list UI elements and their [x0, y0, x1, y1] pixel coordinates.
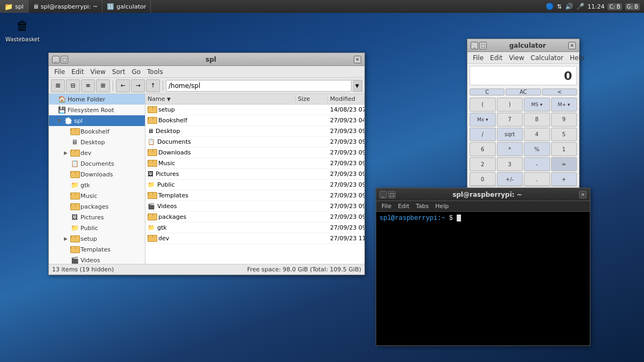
file-row-desktop[interactable]: 🖥Desktop 27/09/23 09:23 — [145, 126, 364, 137]
taskbar-app-files[interactable]: 📁 spl — [0, 0, 28, 13]
volume-icon[interactable]: 🔊 — [565, 3, 573, 10]
calc-btn-open-paren[interactable]: ( — [470, 98, 496, 112]
wastebasket-icon[interactable]: 🗑 Wastebasket — [5, 16, 40, 42]
compact-view-btn[interactable]: ⊟ — [66, 79, 80, 92]
tree-item-videos[interactable]: 🎬 Videos — [49, 255, 145, 264]
tree-item-packages[interactable]: packages — [49, 201, 145, 212]
terminal-menu-tabs[interactable]: Tabs — [413, 202, 432, 210]
list-view-btn[interactable]: ≡ — [81, 79, 95, 92]
network-icon[interactable]: ⇅ — [557, 3, 562, 10]
file-row-setup[interactable]: setup 14/08/23 07:26 — [145, 105, 364, 115]
location-dropdown[interactable]: ▼ — [353, 80, 362, 92]
menu-edit[interactable]: Edit — [68, 67, 87, 77]
maximize-button[interactable]: □ — [61, 56, 68, 63]
calc-btn-minus[interactable]: - — [524, 157, 550, 171]
menu-go[interactable]: Go — [128, 67, 144, 77]
tree-item-home-folder[interactable]: 🏠 Home Folder — [49, 94, 145, 105]
back-btn[interactable]: ← — [116, 79, 130, 92]
terminal-close[interactable]: ✕ — [579, 191, 587, 198]
forward-btn[interactable]: → — [131, 79, 145, 92]
calc-btn-8[interactable]: 8 — [524, 113, 550, 127]
file-row-templates[interactable]: Templates 27/09/23 09:23 — [145, 190, 364, 201]
file-row-downloads[interactable]: Downloads 27/09/23 09:23 — [145, 147, 364, 158]
file-row-videos[interactable]: 🎬Videos 27/09/23 09:23 — [145, 201, 364, 212]
file-row-packages[interactable]: packages 27/09/23 09:25 — [145, 212, 364, 223]
col-header-modified[interactable]: Modified — [328, 95, 364, 102]
file-row-gtk[interactable]: 📁gtk 27/09/23 09:26 — [145, 223, 364, 233]
calc-btn-AC[interactable]: AC — [506, 88, 540, 95]
calc-btn-Mplus[interactable]: M+ ▾ — [551, 98, 577, 112]
terminal-menu-help[interactable]: Help — [432, 202, 452, 210]
file-row-music[interactable]: Music 27/09/23 09:23 — [145, 158, 364, 169]
tree-item-filesystem[interactable]: 💾 Filesystem Root — [49, 105, 145, 115]
parent-btn[interactable]: ↑ — [146, 79, 160, 92]
tree-item-setup[interactable]: ▶ setup — [49, 233, 145, 244]
taskbar-app-terminal[interactable]: 🖥 spl@raspberrypi: ~ — [28, 0, 103, 13]
tree-item-gtk[interactable]: 📁 gtk — [49, 180, 145, 190]
calc-btn-3[interactable]: 3 — [497, 157, 523, 171]
calc-btn-percent[interactable]: % — [524, 142, 550, 156]
calc-maximize[interactable]: □ — [479, 42, 487, 49]
calc-btn-plus[interactable]: + — [551, 172, 577, 186]
mic-icon[interactable]: 🎤 — [576, 3, 584, 10]
calc-btn-dot[interactable]: . — [524, 172, 550, 186]
calc-btn-C[interactable]: C — [470, 88, 504, 95]
menu-tools[interactable]: Tools — [144, 67, 166, 77]
calc-btn-0[interactable]: 0 — [470, 172, 496, 186]
location-bar[interactable]: /home/spl — [166, 80, 352, 92]
terminal-content[interactable]: spl@raspberrypi:~ $ — [376, 212, 590, 345]
calc-btn-equals[interactable]: = — [551, 157, 577, 171]
tree-item-spl[interactable]: ▼ 🏠 spl — [49, 115, 145, 126]
calc-menu-help[interactable]: Help — [567, 53, 588, 63]
minimize-button[interactable]: _ — [52, 56, 60, 63]
calc-btn-multiply[interactable]: * — [497, 142, 523, 156]
taskbar-app-galculator[interactable]: 🔢 galculator — [103, 0, 151, 13]
file-row-bookshelf[interactable]: Bookshelf 27/09/23 04:49 — [145, 115, 364, 126]
tree-item-desktop[interactable]: 🖥 Desktop — [49, 137, 145, 147]
tree-item-pictures[interactable]: 🖼 Pictures — [49, 212, 145, 223]
menu-sort[interactable]: Sort — [109, 67, 129, 77]
menu-view[interactable]: View — [87, 67, 108, 77]
file-row-dev[interactable]: dev 27/09/23 11:06 — [145, 233, 364, 244]
calc-menu-view[interactable]: View — [506, 53, 527, 63]
file-row-public[interactable]: 📁Public 27/09/23 09:23 — [145, 180, 364, 190]
kbd-layout-1[interactable]: C: B — [608, 3, 621, 10]
icon-view-btn[interactable]: ⊞ — [51, 79, 65, 92]
calc-menu-file[interactable]: File — [470, 53, 487, 63]
calc-btn-2[interactable]: 2 — [470, 157, 496, 171]
tree-item-templates[interactable]: Templates — [49, 244, 145, 255]
kbd-layout-2[interactable]: G: B — [625, 3, 640, 10]
terminal-minimize[interactable]: _ — [379, 191, 387, 198]
calc-btn-sqrt[interactable]: sqrt — [497, 128, 523, 142]
calc-btn-4[interactable]: 4 — [524, 128, 550, 142]
calc-btn-close-paren[interactable]: ) — [497, 98, 523, 112]
tree-item-public[interactable]: 📁 Public — [49, 223, 145, 233]
calc-btn-9[interactable]: 9 — [551, 113, 577, 127]
calc-btn-5[interactable]: 5 — [551, 128, 577, 142]
calc-btn-MS[interactable]: MS ▾ — [524, 98, 550, 112]
bluetooth-icon[interactable]: 🔵 — [546, 3, 554, 10]
tree-item-documents[interactable]: 📋 Documents — [49, 158, 145, 169]
tree-item-music[interactable]: Music — [49, 190, 145, 201]
calc-close[interactable]: ✕ — [568, 42, 576, 49]
calc-btn-divide[interactable]: / — [470, 128, 496, 142]
calc-btn-7[interactable]: 7 — [497, 113, 523, 127]
file-row-pictures[interactable]: 🖼Pictures 27/09/23 09:23 — [145, 169, 364, 180]
file-row-documents[interactable]: 📋Documents 27/09/23 09:23 — [145, 137, 364, 147]
tree-item-bookshelf[interactable]: Bookshelf — [49, 126, 145, 137]
calc-minimize[interactable]: _ — [471, 42, 478, 49]
col-header-size[interactable]: Size — [296, 95, 328, 102]
detail-view-btn[interactable]: ⊞ — [96, 79, 110, 92]
tree-item-downloads[interactable]: Downloads — [49, 169, 145, 180]
close-button[interactable]: ✕ — [354, 56, 361, 63]
calc-btn-Mx[interactable]: Mx ▾ — [470, 113, 496, 127]
calc-btn-plusminus[interactable]: +/- — [497, 172, 523, 186]
calc-btn-1[interactable]: 1 — [551, 142, 577, 156]
terminal-menu-file[interactable]: File — [378, 202, 394, 210]
tree-item-dev[interactable]: ▶ dev — [49, 147, 145, 158]
calc-btn-backspace[interactable]: < — [542, 88, 577, 95]
calc-btn-6[interactable]: 6 — [470, 142, 496, 156]
col-header-name[interactable]: Name ▼ — [145, 95, 296, 102]
terminal-maximize[interactable]: □ — [388, 191, 396, 198]
terminal-menu-edit[interactable]: Edit — [394, 202, 412, 210]
